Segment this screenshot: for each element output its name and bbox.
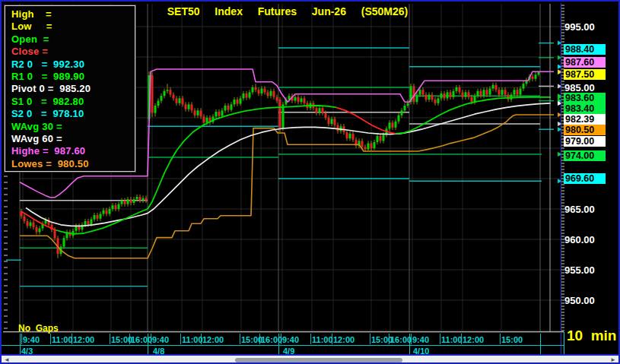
time-tick [310,334,311,344]
time-label-12:00: 12:00 [202,335,224,344]
price-label-960.00: 960.00 [564,234,610,245]
time-axis-baseline [2,345,564,346]
time-label-9:40: 9:40 [23,335,40,344]
time-tick [50,334,51,344]
horizontal-scrollbar[interactable]: ◄ ► [2,356,618,364]
scroll-left-icon[interactable]: ◄ [2,356,11,364]
legend-row-lowes: Lowes = 980.50 [11,158,135,170]
time-label-11:00: 11:00 [52,335,73,344]
legend-row-pivot: Pivot 0 = 985.20 [11,83,135,95]
trading-terminal-window: SET50 Index Futures Jun-26 (S50M26) High… [0,0,620,364]
price-label-995.00: 995.00 [564,21,610,33]
time-tick [21,334,22,344]
legend-row-close: Close = [11,46,135,58]
price-label-965.00: 965.00 [564,204,610,215]
time-label-15:00: 15:00 [371,335,393,344]
wavg30-line-seg0 [21,211,56,230]
time-tick [500,334,501,344]
price-badge-988.40: 988.40 [564,44,606,55]
price-badge-983.40: 983.40 [564,103,606,114]
price-badge-983.60: 983.60 [564,93,606,103]
legend-row-r2: R2 0 = 992.30 [11,59,135,71]
scrollbar-thumb[interactable] [235,358,402,362]
time-label-9:40: 9:40 [152,335,169,344]
time-label-12:00: 12:00 [73,335,94,344]
legend-row-s1: S1 0 = 982.80 [11,96,135,108]
price-badge-987.50: 987.50 [564,69,606,80]
time-label-11:00: 11:00 [312,335,333,344]
day-separator-tick [540,334,541,354]
price-label-955.00: 955.00 [564,264,610,276]
legend-row-wavg: WAvg 30 = [11,121,135,133]
time-axis-corner-line [564,332,564,355]
price-badge-974.00: 974.00 [564,150,606,161]
time-label-11:00: 11:00 [441,335,463,344]
time-tick [110,334,110,344]
time-label-15:00: 15:00 [241,335,262,344]
time-label-15:00: 15:00 [111,335,132,344]
price-badge-979.00: 979.00 [564,136,606,147]
indicator-legend-panel: High =Low =Open =Close =R2 0 = 992.30R1 … [5,5,135,172]
legend-row-open: Open = [11,33,135,46]
time-tick [370,334,370,344]
price-badge-987.60: 987.60 [564,57,606,68]
day-separator-tick [20,334,21,354]
legend-row-s2: S2 0 = 978.10 [11,108,135,120]
time-tick [180,334,181,344]
time-label-12:00: 12:00 [333,335,355,344]
legend-row-r1: R1 0 = 989.90 [11,71,135,83]
time-axis-separator-shadow [3,332,564,333]
time-tick [240,334,240,344]
no-gaps-label: No Gaps [18,323,59,334]
time-label-15:00: 15:00 [501,335,523,344]
price-axis-separator [561,3,561,355]
price-label-950.00: 950.00 [564,295,610,306]
scroll-right-icon[interactable]: ► [609,356,618,364]
interval-label: 10 min [567,328,616,344]
chart-title: SET50 Index Futures Jun-26 (S50M26) [138,5,437,17]
time-label-16:00: 16:00 [390,335,412,344]
time-label-11:00: 11:00 [182,335,203,344]
time-label-9:40: 9:40 [282,335,299,344]
legend-row-wavg: WAvg 60 = [11,133,135,145]
price-label-985.00: 985.00 [564,82,610,93]
time-tick [440,334,440,344]
price-badge-982.39: 982.39 [564,114,606,125]
legend-row-high: High = [11,8,135,21]
time-label-16:00: 16:00 [261,335,282,344]
price-badge-980.50: 980.50 [564,125,606,135]
time-label-12:00: 12:00 [463,335,484,344]
price-badge-969.60: 969.60 [564,173,606,184]
legend-row-low: Low = [11,21,135,33]
time-label-16:00: 16:00 [131,335,152,344]
time-label-9:40: 9:40 [412,335,429,344]
legend-row-highe: Highe = 987.60 [11,145,135,157]
